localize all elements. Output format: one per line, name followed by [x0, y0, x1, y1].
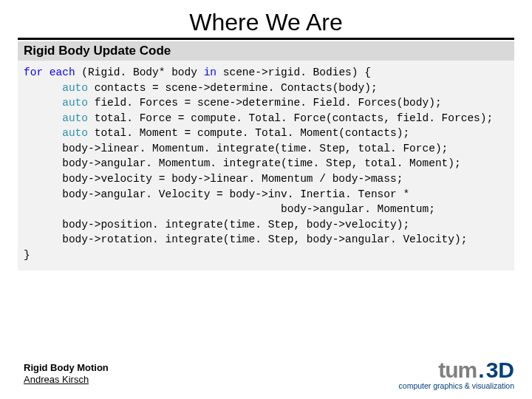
logo-3d: 3D — [486, 358, 514, 383]
kw-auto: auto — [24, 127, 88, 139]
code-text: body->angular. Momentum; — [24, 203, 435, 215]
slide-title: Where We Are — [18, 9, 514, 40]
kw-auto: auto — [24, 112, 88, 124]
logo-tum: tum — [438, 358, 477, 383]
code-text: (Rigid. Body* body — [75, 66, 204, 78]
logo-subtitle: computer graphics & visualization — [399, 381, 514, 390]
code-text: } — [24, 249, 30, 261]
code-text: body->linear. Momentum. integrate(time. … — [24, 143, 448, 154]
code-text: scene->rigid. Bodies) { — [216, 66, 371, 78]
code-text: body->angular. Momentum. integrate(time.… — [24, 157, 461, 169]
code-block: for each (Rigid. Body* body in scene->ri… — [18, 61, 514, 270]
code-text: body->position. integrate(time. Step, bo… — [24, 219, 409, 231]
code-text: body->angular. Velocity = body->inv. Ine… — [24, 188, 409, 200]
kw-foreach: for each — [24, 66, 75, 78]
logo: tum.3D computer graphics & visualization — [399, 358, 514, 390]
footer-topic: Rigid Body Motion — [24, 362, 109, 374]
code-text: field. Forces = scene->determine. Field.… — [88, 97, 442, 109]
footer-author: Andreas Kirsch — [24, 374, 109, 386]
footer: Rigid Body Motion Andreas Kirsch — [24, 362, 109, 386]
code-text: body->velocity = body->linear. Momentum … — [24, 173, 403, 185]
code-text: contacts = scene->determine. Contacts(bo… — [88, 82, 378, 94]
code-text: body->rotation. integrate(time. Step, bo… — [24, 233, 467, 245]
kw-auto: auto — [24, 97, 88, 109]
code-text: total. Force = compute. Total. Force(con… — [88, 112, 493, 124]
kw-auto: auto — [24, 82, 88, 94]
code-text: total. Moment = compute. Total. Moment(c… — [88, 127, 409, 139]
logo-dot: . — [478, 358, 484, 383]
kw-in: in — [204, 66, 216, 78]
section-header: Rigid Body Update Code — [18, 41, 514, 61]
